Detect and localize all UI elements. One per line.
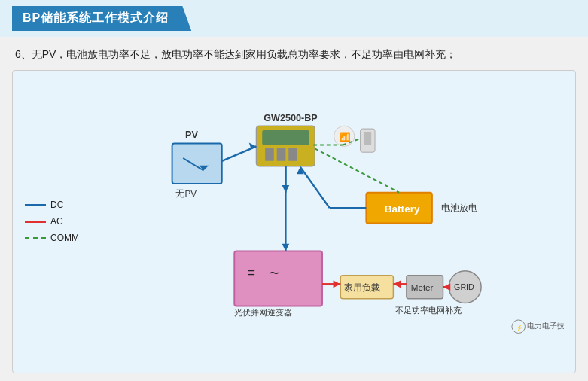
svg-rect-12 xyxy=(172,143,222,184)
device-label: GW2500-BP xyxy=(264,113,318,123)
comm-label: COMM xyxy=(50,233,79,243)
page-title: BP储能系统工作模式介绍 xyxy=(23,11,169,26)
svg-marker-36 xyxy=(334,280,341,288)
svg-text:电池放电: 电池放电 xyxy=(441,203,477,212)
diagram-wrapper: DC AC COMM GW2500-BP 📶 xyxy=(12,70,576,373)
svg-rect-8 xyxy=(364,132,371,145)
dc-line-icon xyxy=(25,204,46,206)
ac-line-icon xyxy=(25,221,46,223)
svg-text:家用负载: 家用负载 xyxy=(344,282,380,292)
ac-label: AC xyxy=(50,216,63,227)
legend-comm: COMM xyxy=(25,233,79,243)
svg-rect-3 xyxy=(277,148,286,161)
svg-text:光伏并网逆变器: 光伏并网逆变器 xyxy=(234,308,292,317)
svg-rect-2 xyxy=(265,148,274,161)
svg-text:无PV: 无PV xyxy=(175,187,197,197)
svg-text:GRID: GRID xyxy=(454,282,474,291)
svg-text:Meter: Meter xyxy=(411,282,434,292)
svg-text:⚡: ⚡ xyxy=(516,323,523,331)
svg-marker-40 xyxy=(393,280,401,288)
header-title-bar: BP储能系统工作模式介绍 xyxy=(12,6,191,31)
legend: DC AC COMM xyxy=(25,200,79,243)
dc-label: DC xyxy=(50,200,63,210)
comm-line-icon xyxy=(25,237,46,239)
svg-marker-44 xyxy=(443,283,451,291)
legend-ac: AC xyxy=(25,216,79,227)
svg-text:PV: PV xyxy=(185,130,198,140)
svg-text:~: ~ xyxy=(270,264,279,282)
description: 6、无PV，电池放电功率不足，放电功率不能达到家用负载总功率要求，不足功率由电网… xyxy=(0,37,588,70)
diagram-svg: GW2500-BP 📶 PV 无PV xyxy=(81,78,564,365)
header: BP储能系统工作模式介绍 xyxy=(0,0,588,37)
svg-rect-1 xyxy=(262,130,309,145)
svg-line-21 xyxy=(315,148,399,192)
svg-line-25 xyxy=(300,166,330,207)
svg-text:电力电子技术与新能源: 电力电子技术与新能源 xyxy=(527,321,564,329)
legend-dc: DC xyxy=(25,200,79,210)
svg-marker-32 xyxy=(282,244,290,251)
svg-rect-4 xyxy=(288,148,297,161)
page-container: BP储能系统工作模式介绍 6、无PV，电池放电功率不足，放电功率不能达到家用负载… xyxy=(0,0,588,381)
svg-text:📶: 📶 xyxy=(340,131,351,142)
description-text: 6、无PV，电池放电功率不足，放电功率不能达到家用负载总功率要求，不足功率由电网… xyxy=(15,48,456,60)
svg-text:=: = xyxy=(248,264,255,279)
svg-text:Battery: Battery xyxy=(385,203,420,215)
svg-text:不足功率电网补充: 不足功率电网补充 xyxy=(395,306,462,315)
